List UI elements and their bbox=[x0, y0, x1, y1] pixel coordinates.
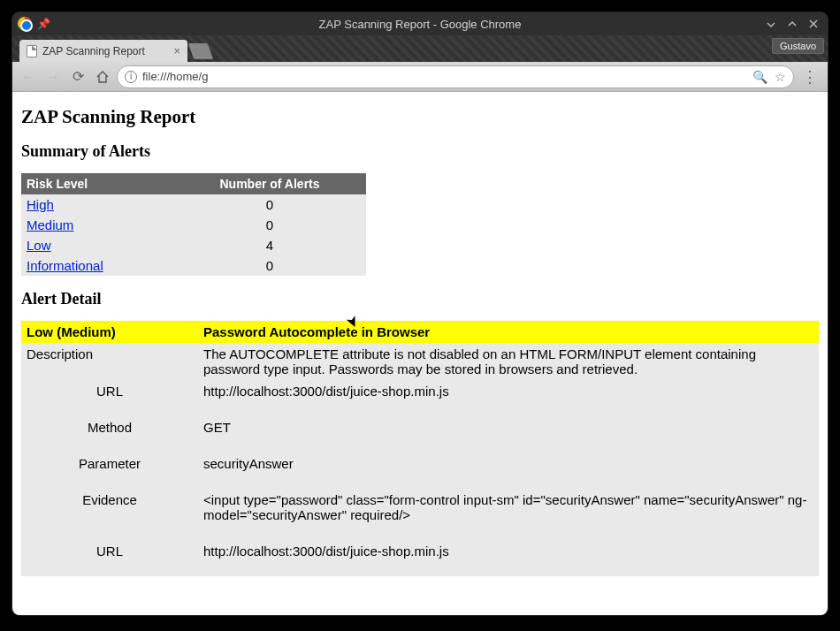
detail-row: Evidence<input type="password" class="fo… bbox=[21, 489, 819, 540]
maximize-button[interactable] bbox=[785, 17, 799, 31]
bookmark-icon[interactable]: ☆ bbox=[775, 70, 786, 84]
reload-button[interactable]: ⟳ bbox=[67, 66, 88, 87]
risk-link[interactable]: Low bbox=[27, 238, 51, 253]
detail-value: The AUTOCOMPLETE attribute is not disabl… bbox=[198, 343, 819, 380]
detail-value: http://localhost:3000/dist/juice-shop.mi… bbox=[198, 380, 819, 416]
browser-tab[interactable]: ZAP Scanning Report × bbox=[19, 40, 187, 62]
tab-close-button[interactable]: × bbox=[173, 44, 180, 57]
new-tab-button[interactable] bbox=[188, 43, 214, 59]
detail-value: <input type="password" class="form-contr… bbox=[198, 489, 819, 540]
site-info-icon[interactable]: i bbox=[125, 71, 137, 83]
window-title: ZAP Scanning Report - Google Chrome bbox=[12, 18, 828, 31]
detail-label: Evidence bbox=[21, 489, 198, 540]
file-icon bbox=[27, 45, 37, 57]
zoom-icon[interactable]: 🔍 bbox=[752, 70, 767, 84]
detail-value: http://localhost:3000/dist/juice-shop.mi… bbox=[198, 540, 819, 576]
detail-label: URL bbox=[21, 540, 198, 576]
alert-name: Password Autocomplete in Browser bbox=[198, 321, 819, 343]
summary-table: Risk Level Number of Alerts High0Medium0… bbox=[21, 173, 366, 276]
back-button[interactable]: ← bbox=[18, 66, 39, 87]
pin-icon: 📌 bbox=[37, 18, 50, 30]
detail-row: ParametersecurityAnswer bbox=[21, 452, 819, 489]
risk-link[interactable]: High bbox=[27, 197, 54, 212]
summary-heading: Summary of Alerts bbox=[21, 142, 819, 161]
minimize-button[interactable] bbox=[764, 17, 778, 31]
page-title: ZAP Scanning Report bbox=[21, 106, 819, 128]
detail-label: Method bbox=[21, 416, 198, 452]
summary-col-count: Number of Alerts bbox=[173, 173, 366, 194]
titlebar: 📌 ZAP Scanning Report - Google Chrome bbox=[12, 12, 828, 35]
toolbar: ← → ⟳ i file:///home/g 🔍 ☆ ⋮ bbox=[12, 62, 828, 92]
viewport[interactable]: ZAP Scanning Report Summary of Alerts Ri… bbox=[12, 92, 828, 615]
url-text: file:///home/g bbox=[142, 70, 747, 83]
chrome-icon bbox=[18, 17, 32, 31]
summary-col-risk: Risk Level bbox=[21, 173, 173, 194]
alert-risk: Low (Medium) bbox=[21, 321, 198, 343]
detail-heading: Alert Detail bbox=[21, 290, 819, 308]
detail-row: URLhttp://localhost:3000/dist/juice-shop… bbox=[21, 380, 819, 416]
forward-button[interactable]: → bbox=[42, 66, 64, 87]
summary-row: Informational0 bbox=[21, 255, 366, 276]
alert-detail-table: Low (Medium) Password Autocomplete in Br… bbox=[21, 321, 819, 576]
detail-label: Parameter bbox=[21, 452, 198, 489]
detail-label: Description bbox=[21, 343, 198, 380]
summary-row: Medium0 bbox=[21, 215, 366, 235]
risk-count: 0 bbox=[173, 255, 366, 276]
close-button[interactable] bbox=[806, 17, 821, 31]
chrome-menu-button[interactable]: ⋮ bbox=[798, 65, 822, 88]
detail-value: securityAnswer bbox=[198, 452, 819, 489]
detail-row: MethodGET bbox=[21, 416, 819, 452]
detail-row: URLhttp://localhost:3000/dist/juice-shop… bbox=[21, 540, 819, 576]
tab-strip: ZAP Scanning Report × Gustavo bbox=[12, 35, 828, 62]
home-button[interactable] bbox=[92, 66, 113, 87]
summary-row: High0 bbox=[21, 194, 366, 215]
summary-row: Low4 bbox=[21, 235, 366, 255]
profile-chip[interactable]: Gustavo bbox=[772, 38, 824, 54]
detail-value: GET bbox=[198, 416, 819, 452]
risk-count: 0 bbox=[173, 215, 366, 235]
risk-count: 4 bbox=[173, 235, 366, 255]
tab-title: ZAP Scanning Report bbox=[42, 45, 168, 57]
detail-row: DescriptionThe AUTOCOMPLETE attribute is… bbox=[21, 343, 819, 380]
risk-count: 0 bbox=[173, 194, 366, 215]
address-bar[interactable]: i file:///home/g 🔍 ☆ bbox=[117, 65, 794, 88]
detail-label: URL bbox=[21, 380, 198, 416]
risk-link[interactable]: Informational bbox=[27, 258, 103, 273]
risk-link[interactable]: Medium bbox=[27, 217, 73, 232]
